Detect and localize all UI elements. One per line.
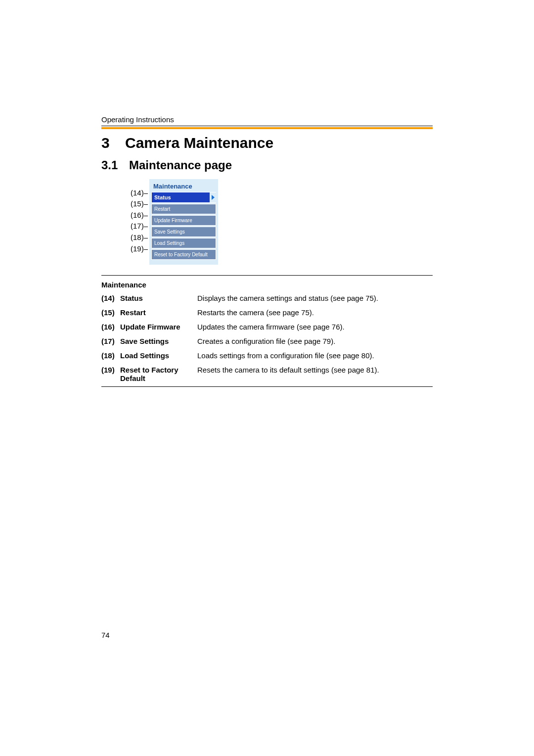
chapter-title: Camera Maintenance	[125, 135, 273, 151]
row-label: Restart	[120, 308, 197, 317]
table-row: (14) Status Displays the camera settings…	[101, 294, 433, 302]
menu-item-label: Load Settings	[154, 240, 184, 246]
row-num: (16)	[101, 323, 120, 331]
menu-item-save-settings[interactable]: Save Settings	[151, 227, 216, 237]
table-bottom-rule	[101, 386, 433, 387]
chapter-number: 3	[101, 135, 125, 151]
arrow-right-icon	[210, 192, 217, 202]
page-number: 74	[101, 631, 110, 639]
menu-item-label: Restart	[154, 206, 170, 212]
menu-item-restart[interactable]: Restart	[151, 204, 216, 214]
svg-marker-0	[212, 195, 215, 200]
header-divider	[101, 126, 433, 126]
menu-item-load-settings[interactable]: Load Settings	[151, 238, 216, 248]
row-label: Update Firmware	[120, 323, 197, 331]
section-heading: 3.1Maintenance page	[101, 158, 232, 172]
row-num: (19)	[101, 366, 120, 374]
running-header: Operating Instructions	[101, 115, 174, 124]
row-num: (15)	[101, 308, 120, 317]
section-title: Maintenance page	[129, 158, 232, 172]
chapter-heading: 3Camera Maintenance	[101, 135, 273, 151]
row-label: Load Settings	[120, 351, 197, 360]
menu-item-label: Status	[154, 194, 171, 200]
table-row: (16) Update Firmware Updates the camera …	[101, 323, 433, 331]
row-desc: Updates the camera firmware (see page 76…	[197, 323, 433, 331]
row-desc: Restarts the camera (see page 75).	[197, 308, 433, 317]
callout-17: (17)–	[131, 222, 148, 230]
row-num: (14)	[101, 294, 120, 302]
row-desc: Resets the camera to its default setting…	[197, 366, 433, 374]
menu-item-label: Reset to Factory Default	[154, 252, 208, 257]
table-top-rule	[101, 275, 433, 276]
menu-item-label: Save Settings	[154, 229, 185, 235]
menu-item-status[interactable]: Status	[151, 192, 216, 203]
table-title: Maintenance	[101, 281, 433, 289]
callout-15: (15)–	[131, 199, 148, 208]
row-desc: Displays the camera settings and status …	[197, 294, 433, 302]
row-desc: Loads settings from a configuration file…	[197, 351, 433, 360]
table-row: (19) Reset to Factory Default Resets the…	[101, 366, 433, 382]
callout-16: (16)–	[131, 211, 148, 219]
header-accent	[101, 127, 433, 129]
callout-14: (14)–	[131, 189, 148, 197]
row-label: Save Settings	[120, 337, 197, 345]
maintenance-description-table: Maintenance (14) Status Displays the cam…	[101, 275, 433, 387]
callout-19: (19)–	[131, 244, 148, 253]
row-desc: Creates a configuration file (see page 7…	[197, 337, 433, 345]
row-num: (17)	[101, 337, 120, 345]
callout-18: (18)–	[131, 233, 148, 241]
menu-title: Maintenance	[151, 182, 216, 192]
row-label: Status	[120, 294, 197, 302]
section-number: 3.1	[101, 158, 129, 172]
maintenance-menu-panel: Maintenance Status Restart Update Firmwa…	[149, 179, 218, 265]
table-row: (18) Load Settings Loads settings from a…	[101, 351, 433, 360]
menu-item-reset-factory-default[interactable]: Reset to Factory Default	[151, 249, 216, 260]
row-num: (18)	[101, 351, 120, 360]
menu-item-label: Update Firmware	[154, 218, 192, 223]
menu-item-update-firmware[interactable]: Update Firmware	[151, 215, 216, 226]
row-label: Reset to Factory Default	[120, 366, 197, 382]
table-row: (15) Restart Restarts the camera (see pa…	[101, 308, 433, 317]
table-row: (17) Save Settings Creates a configurati…	[101, 337, 433, 345]
